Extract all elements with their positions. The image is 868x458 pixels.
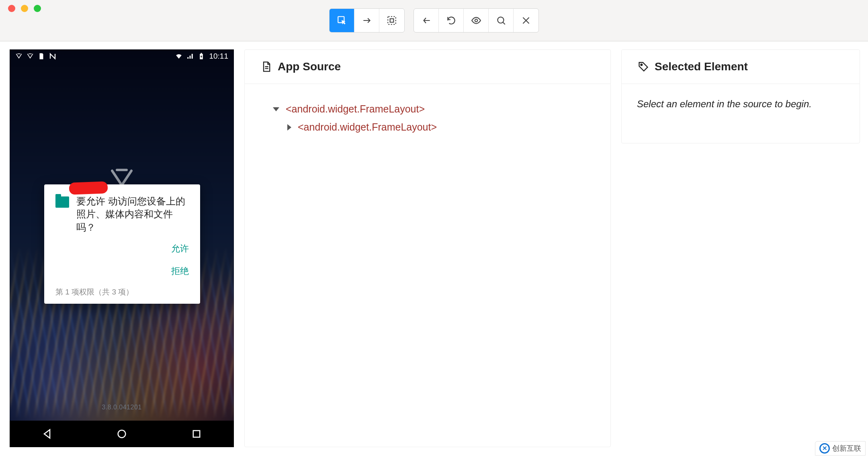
swipe-button[interactable] [354, 9, 379, 32]
svg-rect-1 [388, 16, 396, 25]
svg-point-3 [475, 19, 477, 22]
android-back-button[interactable] [41, 428, 53, 440]
inspect-icon [337, 15, 347, 26]
sdcard-icon [38, 53, 45, 60]
window-close-button[interactable] [8, 5, 15, 12]
toggle-bounds-button[interactable] [379, 9, 404, 32]
caret-down-icon [273, 107, 279, 111]
signal-icon [186, 53, 194, 60]
window-titlebar [0, 0, 868, 41]
eye-icon [471, 15, 481, 26]
arrow-left-icon [421, 15, 432, 26]
search-icon [496, 15, 506, 26]
android-home-button[interactable] [116, 428, 127, 440]
bounds-icon [387, 15, 397, 26]
svg-rect-8 [193, 431, 200, 437]
tree-node-root[interactable]: <android.widget.FrameLayout> [273, 100, 602, 118]
search-button[interactable] [489, 9, 514, 32]
app-source-header: App Source [245, 50, 610, 84]
permission-dialog: 要允许 动访问您设备上的照片、媒体内容和文件吗？ 允许 拒绝 第 1 项权限（共… [44, 184, 200, 304]
file-icon [261, 61, 272, 72]
caret-right-icon [287, 124, 291, 131]
svg-rect-2 [390, 19, 394, 22]
close-icon [521, 15, 531, 26]
selected-element-title: Selected Element [655, 60, 748, 73]
back-button[interactable] [414, 9, 439, 32]
tree-node-label: <android.widget.FrameLayout> [286, 103, 425, 115]
android-status-bar: 10:11 [10, 49, 234, 63]
toggle-record-button[interactable] [464, 9, 489, 32]
permission-deny-button[interactable]: 拒绝 [171, 265, 189, 277]
wifi-icon [175, 53, 182, 60]
source-tree: <android.widget.FrameLayout> <android.wi… [245, 84, 610, 144]
android-recents-button[interactable] [191, 428, 202, 440]
svg-rect-6 [201, 53, 202, 54]
tree-node-child[interactable]: <android.widget.FrameLayout> [287, 118, 602, 136]
svg-point-7 [118, 430, 126, 438]
refresh-button[interactable] [439, 9, 464, 32]
toolbar-group-actions [414, 8, 539, 33]
device-screenshot[interactable]: 10:11 要允许 动访问您设备上的照片、媒体内容和文件吗？ 允许 拒绝 第 1… [10, 49, 234, 447]
android-nav-bar [10, 421, 234, 447]
permission-message: 要允许 动访问您设备上的照片、媒体内容和文件吗？ [76, 195, 189, 234]
svg-point-9 [641, 64, 642, 65]
notification-icon [15, 53, 23, 60]
refresh-icon [446, 15, 457, 26]
permission-allow-button[interactable]: 允许 [171, 243, 189, 255]
notification-icon [27, 53, 34, 60]
window-minimize-button[interactable] [21, 5, 28, 12]
tree-node-label: <android.widget.FrameLayout> [298, 121, 437, 133]
permission-counter: 第 1 项权限（共 3 项） [55, 287, 189, 297]
app-source-panel: App Source <android.widget.FrameLayout> … [244, 49, 611, 447]
quit-session-button[interactable] [514, 9, 538, 32]
inspect-element-button[interactable] [330, 9, 354, 32]
battery-icon [198, 53, 205, 60]
selected-element-empty-hint: Select an element in the source to begin… [622, 84, 860, 124]
watermark-logo-icon: ✕ [819, 443, 830, 454]
window-maximize-button[interactable] [34, 5, 41, 12]
watermark-text: 创新互联 [832, 444, 861, 453]
status-time: 10:11 [209, 52, 228, 61]
toolbar-group-inspect [329, 8, 405, 33]
selected-element-header: Selected Element [622, 50, 860, 84]
selected-element-panel: Selected Element Select an element in th… [621, 49, 860, 143]
traffic-lights [8, 5, 41, 12]
redaction-mark [69, 181, 108, 194]
folder-icon [55, 196, 69, 208]
main-area: 10:11 要允许 动访问您设备上的照片、媒体内容和文件吗？ 允许 拒绝 第 1… [0, 41, 868, 458]
app-version-text: 3.8.0.041201 [102, 404, 141, 411]
n-icon [49, 53, 56, 60]
top-toolbar [329, 8, 539, 33]
watermark-badge: ✕ 创新互联 [815, 441, 866, 456]
arrow-right-icon [362, 15, 372, 26]
svg-point-4 [497, 17, 504, 23]
tag-icon [638, 61, 649, 72]
app-source-title: App Source [278, 60, 341, 73]
